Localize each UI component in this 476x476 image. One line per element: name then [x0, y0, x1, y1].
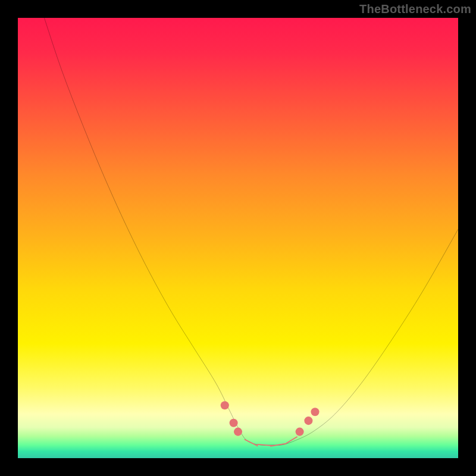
chart-svg [18, 18, 458, 458]
marker-point [296, 428, 304, 436]
outer-frame: TheBottleneck.com [0, 0, 476, 476]
watermark-text: TheBottleneck.com [359, 2, 471, 16]
marker-point [245, 440, 258, 446]
marker-point [230, 419, 238, 427]
plot-area [18, 18, 458, 458]
marker-point [234, 428, 242, 436]
highlighted-points [221, 401, 320, 446]
marker-point [258, 444, 272, 446]
marker-point [304, 416, 312, 425]
bottleneck-curve [44, 18, 458, 445]
marker-point [311, 408, 319, 416]
marker-point [221, 401, 229, 409]
